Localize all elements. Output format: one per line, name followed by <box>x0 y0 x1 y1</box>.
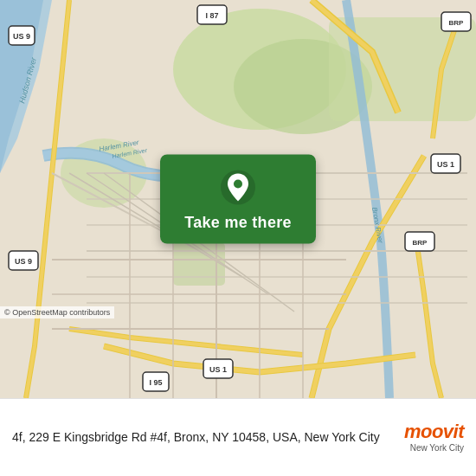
take-me-there-button[interactable]: Take me there <box>160 155 316 244</box>
moovit-logo: moovit New York City <box>404 422 464 453</box>
address-text: 4f, 229 E Kingsbridge Rd #4f, Bronx, NY … <box>12 430 380 444</box>
svg-text:BRP: BRP <box>449 19 465 27</box>
svg-point-45 <box>234 180 242 189</box>
svg-text:I 95: I 95 <box>149 378 162 387</box>
moovit-city-text: New York City <box>410 443 464 453</box>
svg-text:BRP: BRP <box>413 239 428 247</box>
info-bar: 4f, 229 E Kingsbridge Rd #4f, Bronx, NY … <box>0 398 476 476</box>
svg-text:US 9: US 9 <box>13 32 30 41</box>
address-block: 4f, 229 E Kingsbridge Rd #4f, Bronx, NY … <box>12 429 396 447</box>
location-pin-icon <box>219 169 257 207</box>
button-label: Take me there <box>184 214 292 232</box>
moovit-brand-text: moovit <box>404 422 464 441</box>
svg-text:US 1: US 1 <box>209 365 227 374</box>
svg-text:I 87: I 87 <box>205 11 218 20</box>
map-attribution: © OpenStreetMap contributors <box>0 306 114 318</box>
svg-text:US 1: US 1 <box>437 160 454 169</box>
svg-text:US 9: US 9 <box>15 257 32 266</box>
map-container: US 9 I 87 BRP US 1 BRP US 9 I 95 US 1 Hu… <box>0 0 476 398</box>
